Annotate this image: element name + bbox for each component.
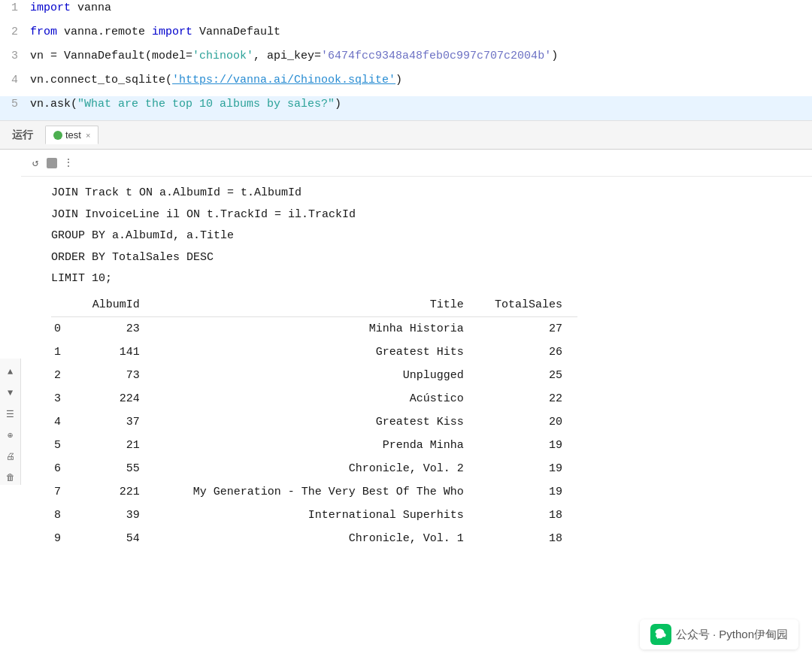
cell-title: Greatest Kiss — [155, 410, 479, 434]
table-row: 954Chronicle, Vol. 118 — [51, 527, 577, 550]
cell-albumid: 141 — [79, 341, 155, 364]
output-panel: ↺ ⋮ JOIN Track t ON a.AlbumId = t.AlbumI… — [21, 150, 812, 556]
cell-title: Greatest Hits — [155, 341, 479, 364]
test-tab[interactable]: test × — [45, 126, 98, 144]
code-line: 1import vanna — [0, 0, 812, 24]
output-toolbar-icons: ↺ ⋮ — [27, 155, 77, 171]
table-row: 023Minha Historia27 — [51, 316, 577, 341]
cell-albumid: 221 — [79, 480, 155, 504]
print-icon[interactable]: 🖨 — [3, 449, 18, 464]
cell-albumid: 23 — [79, 316, 155, 341]
output-toolbar: ↺ ⋮ — [21, 150, 812, 177]
col-header-albumid: AlbumId — [79, 293, 155, 317]
cell-albumid: 21 — [79, 434, 155, 457]
cell-idx: 4 — [51, 410, 79, 434]
output-content: JOIN Track t ON a.AlbumId = t.AlbumIdJOI… — [21, 177, 812, 556]
sql-line: LIMIT 10; — [51, 268, 806, 290]
cell-totalsales: 27 — [479, 316, 577, 341]
tab-close-icon[interactable]: × — [86, 131, 90, 140]
table-row: 437Greatest Kiss20 — [51, 410, 577, 434]
sql-line: GROUP BY a.AlbumId, a.Title — [51, 226, 806, 247]
col-header-totalsales: TotalSales — [479, 293, 577, 317]
code-line: 5vn.ask("What are the top 10 albums by s… — [0, 96, 812, 120]
cell-idx: 9 — [51, 527, 79, 550]
cell-idx: 3 — [51, 387, 79, 410]
cell-totalsales: 22 — [479, 387, 577, 410]
cell-albumid: 73 — [79, 364, 155, 387]
cell-totalsales: 25 — [479, 364, 577, 387]
table-row: 3224Acústico22 — [51, 387, 577, 410]
cell-idx: 8 — [51, 504, 79, 527]
line-number: 2 — [0, 26, 30, 38]
code-content: import vanna — [30, 2, 812, 14]
cell-albumid: 55 — [79, 457, 155, 480]
code-line: 4vn.connect_to_sqlite('https://vanna.ai/… — [0, 72, 812, 96]
cell-idx: 6 — [51, 457, 79, 480]
cell-idx: 7 — [51, 480, 79, 504]
code-line: 3vn = VannaDefault(model='chinook', api_… — [0, 48, 812, 72]
refresh-icon[interactable]: ↺ — [27, 155, 44, 171]
cell-title: Chronicle, Vol. 2 — [155, 457, 479, 480]
table-row: 839International Superhits18 — [51, 504, 577, 527]
cell-title: Unplugged — [155, 364, 479, 387]
cell-idx: 0 — [51, 316, 79, 341]
cell-totalsales: 19 — [479, 457, 577, 480]
cell-idx: 1 — [51, 341, 79, 364]
code-content: vn.ask("What are the top 10 albums by sa… — [30, 98, 812, 110]
cell-idx: 5 — [51, 434, 79, 457]
run-button[interactable]: 运行 — [6, 127, 39, 144]
cell-title: Chronicle, Vol. 1 — [155, 527, 479, 550]
code-line: 2from vanna.remote import VannaDefault — [0, 24, 812, 48]
col-header-title: Title — [155, 293, 479, 317]
watermark-text: 公众号 · Python伊甸园 — [676, 628, 788, 642]
col-header-idx — [51, 293, 79, 317]
results-table: AlbumId Title TotalSales 023Minha Histor… — [51, 293, 577, 550]
up-arrow-icon[interactable]: ▲ — [3, 365, 18, 380]
side-panel: ▲ ▼ ☰ ⊕ 🖨 🗑 — [0, 359, 21, 485]
cell-totalsales: 19 — [479, 434, 577, 457]
data-table-wrap: AlbumId Title TotalSales 023Minha Histor… — [51, 293, 806, 550]
line-number: 1 — [0, 2, 30, 14]
cell-totalsales: 18 — [479, 504, 577, 527]
tab-name: test — [65, 129, 81, 141]
table-row: 521Prenda Minha19 — [51, 434, 577, 457]
down-arrow-icon[interactable]: ▼ — [3, 386, 18, 401]
list-add-icon[interactable]: ⊕ — [3, 428, 18, 443]
cell-totalsales: 26 — [479, 341, 577, 364]
cell-totalsales: 20 — [479, 410, 577, 434]
sql-line: ORDER BY TotalSales DESC — [51, 247, 806, 269]
table-row: 7221My Generation - The Very Best Of The… — [51, 480, 577, 504]
cell-title: Prenda Minha — [155, 434, 479, 457]
code-editor: 1import vanna2from vanna.remote import V… — [0, 0, 812, 121]
cell-title: My Generation - The Very Best Of The Who — [155, 480, 479, 504]
more-icon[interactable]: ⋮ — [60, 155, 77, 171]
line-number: 3 — [0, 50, 30, 62]
toolbar-bar: 运行 test × — [0, 121, 812, 150]
watermark: 公众号 · Python伊甸园 — [640, 619, 798, 649]
sql-line: JOIN InvoiceLine il ON t.TrackId = il.Tr… — [51, 204, 806, 226]
cell-albumid: 39 — [79, 504, 155, 527]
code-content: from vanna.remote import VannaDefault — [30, 26, 812, 38]
code-content: vn = VannaDefault(model='chinook', api_k… — [30, 50, 812, 62]
table-row: 273Unplugged25 — [51, 364, 577, 387]
cell-title: Acústico — [155, 387, 479, 410]
cell-albumid: 54 — [79, 527, 155, 550]
stop-icon[interactable] — [47, 158, 57, 168]
cell-title: Minha Historia — [155, 316, 479, 341]
cell-totalsales: 18 — [479, 527, 577, 550]
line-number: 4 — [0, 74, 30, 86]
table-row: 1141Greatest Hits26 — [51, 341, 577, 364]
line-number: 5 — [0, 98, 30, 110]
cell-title: International Superhits — [155, 504, 479, 527]
delete-icon[interactable]: 🗑 — [3, 470, 18, 485]
cell-totalsales: 19 — [479, 480, 577, 504]
wechat-icon — [650, 624, 671, 645]
cell-albumid: 224 — [79, 387, 155, 410]
cell-idx: 2 — [51, 364, 79, 387]
tab-icon — [53, 131, 62, 140]
list-icon[interactable]: ☰ — [3, 407, 18, 422]
code-content: vn.connect_to_sqlite('https://vanna.ai/C… — [30, 74, 812, 86]
cell-albumid: 37 — [79, 410, 155, 434]
sql-line: JOIN Track t ON a.AlbumId = t.AlbumId — [51, 183, 806, 204]
table-row: 655Chronicle, Vol. 219 — [51, 457, 577, 480]
